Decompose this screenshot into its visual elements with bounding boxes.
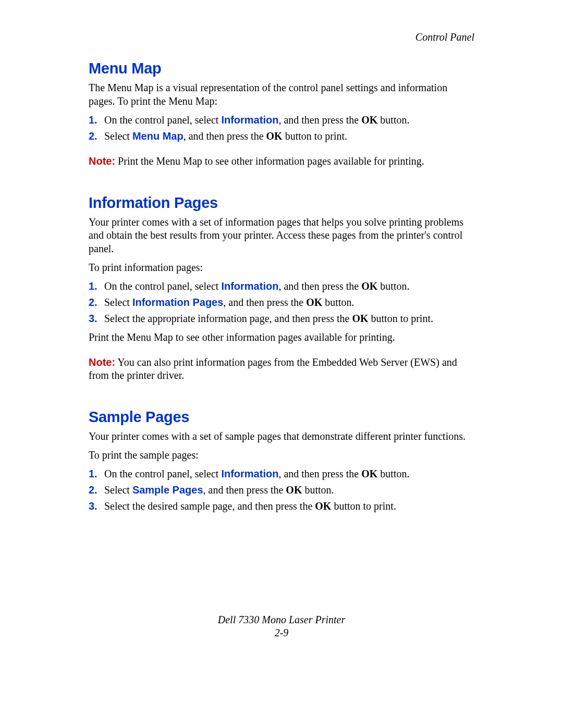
steps-sample-pages: 1.On the control panel, select Informati…	[89, 467, 474, 513]
paragraph: Your printer comes with a set of sample …	[89, 430, 474, 443]
step-text: button to print.	[331, 500, 396, 512]
step-number: 1.	[89, 113, 104, 127]
step-number: 2.	[89, 129, 104, 143]
step-text: Select the desired sample page, and then…	[104, 500, 315, 512]
step-number: 1.	[89, 279, 104, 293]
step-item: 3.Select the desired sample page, and th…	[89, 499, 474, 513]
step-text: button to print.	[369, 313, 433, 324]
note-text: Print the Menu Map to see other informat…	[115, 155, 424, 167]
step-text: , and then press the	[278, 114, 361, 126]
footer-title: Dell 7330 Mono Laser Printer	[0, 613, 563, 626]
steps-menu-map: 1.On the control panel, select Informati…	[89, 113, 474, 143]
step-number: 2.	[89, 483, 104, 497]
note-text: You can also print information pages fro…	[89, 356, 457, 381]
paragraph: Print the Menu Map to see other informat…	[89, 331, 474, 344]
menu-link: Information Pages	[132, 297, 223, 308]
ok-button-label: OK	[361, 468, 377, 479]
step-item: 2.Select Menu Map, and then press the OK…	[89, 129, 474, 143]
step-text: On the control panel, select	[104, 280, 221, 292]
paragraph: Your printer comes with a set of informa…	[89, 216, 474, 256]
menu-link: Information	[221, 468, 278, 479]
step-text: , and then press the	[183, 130, 266, 142]
steps-info-pages: 1.On the control panel, select Informati…	[89, 279, 474, 326]
step-text: button to print.	[283, 130, 347, 142]
step-text: Select	[104, 484, 132, 496]
step-text: On the control panel, select	[104, 468, 221, 479]
heading-menu-map: Menu Map	[89, 60, 474, 77]
step-text: Select	[104, 130, 132, 142]
running-head: Control Panel	[89, 31, 474, 43]
paragraph: The Menu Map is a visual representation …	[89, 81, 474, 108]
step-item: 2.Select Information Pages, and then pre…	[89, 295, 474, 310]
menu-link: Sample Pages	[132, 484, 203, 496]
step-text: Select	[104, 297, 132, 308]
note: Note: You can also print information pag…	[89, 356, 474, 382]
step-number: 2.	[89, 295, 104, 310]
ok-button-label: OK	[352, 313, 368, 324]
step-text: , and then press the	[223, 297, 306, 308]
ok-button-label: OK	[286, 484, 302, 496]
ok-button-label: OK	[315, 500, 331, 512]
step-number: 3.	[89, 499, 104, 513]
footer-pagenum: 2-9	[0, 626, 563, 639]
ok-button-label: OK	[361, 280, 377, 292]
step-item: 1.On the control panel, select Informati…	[89, 467, 474, 481]
step-text: button.	[302, 484, 334, 496]
ok-button-label: OK	[361, 114, 377, 126]
step-text: On the control panel, select	[104, 114, 221, 126]
step-item: 1.On the control panel, select Informati…	[89, 113, 474, 127]
step-text: button.	[377, 114, 409, 126]
heading-information-pages: Information Pages	[89, 194, 474, 212]
page-footer: Dell 7330 Mono Laser Printer 2-9	[0, 613, 563, 639]
step-item: 2.Select Sample Pages, and then press th…	[89, 483, 474, 497]
step-text: , and then press the	[278, 280, 361, 292]
menu-link: Information	[221, 114, 278, 126]
heading-sample-pages: Sample Pages	[89, 409, 474, 426]
paragraph: To print information pages:	[89, 261, 474, 275]
note-label: Note:	[89, 356, 115, 368]
step-text: button.	[377, 468, 409, 479]
ok-button-label: OK	[306, 297, 322, 308]
ok-button-label: OK	[266, 130, 283, 142]
step-text: button.	[322, 297, 354, 308]
note-label: Note:	[89, 155, 115, 167]
step-text: button.	[377, 280, 409, 292]
paragraph: To print the sample pages:	[89, 449, 474, 462]
step-text: , and then press the	[203, 484, 286, 496]
step-text: Select the appropriate information page,…	[104, 313, 352, 324]
step-number: 1.	[89, 467, 104, 481]
menu-link: Menu Map	[132, 130, 183, 142]
step-item: 3.Select the appropriate information pag…	[89, 312, 474, 326]
step-number: 3.	[89, 312, 104, 326]
step-text: , and then press the	[278, 468, 361, 479]
note: Note: Print the Menu Map to see other in…	[89, 155, 474, 168]
menu-link: Information	[221, 280, 278, 292]
step-item: 1.On the control panel, select Informati…	[89, 279, 474, 293]
